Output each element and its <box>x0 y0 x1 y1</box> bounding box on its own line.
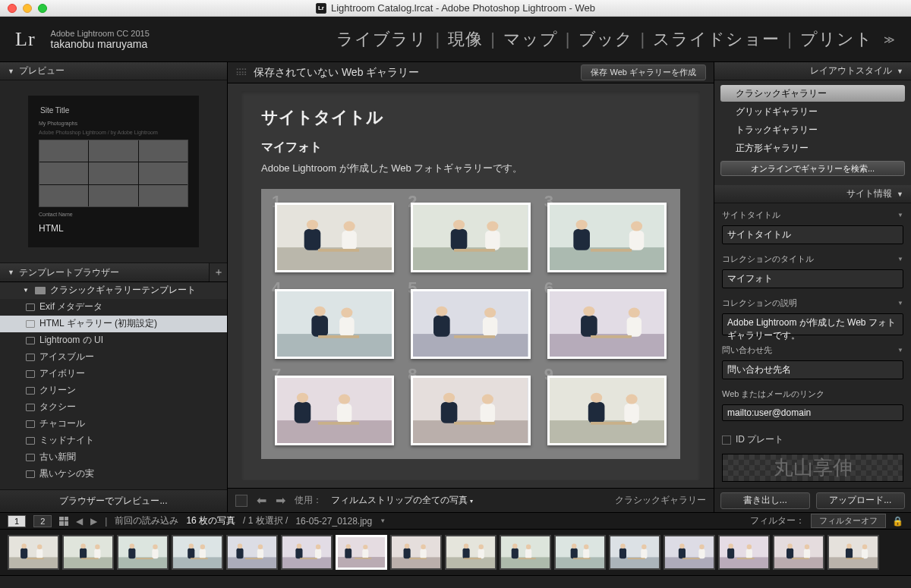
filmstrip-thumb[interactable] <box>172 535 223 570</box>
prev-arrow-icon[interactable]: ⬅ <box>257 493 266 508</box>
svg-rect-123 <box>478 549 484 558</box>
find-online-button[interactable]: オンラインでギャラリーを検索... <box>720 161 905 176</box>
filmstrip-thumb[interactable] <box>500 535 551 570</box>
filmstrip-thumb[interactable] <box>827 535 879 570</box>
filmstrip-thumb[interactable] <box>336 535 387 570</box>
screen-2-button[interactable]: 2 <box>33 515 52 527</box>
svg-rect-32 <box>483 317 497 337</box>
filmstrip-thumb[interactable] <box>62 535 114 570</box>
gallery-cell[interactable]: 2 <box>411 203 530 272</box>
template-item[interactable]: ミッドナイト <box>0 432 227 449</box>
layout-style-item[interactable]: クラシックギャラリー <box>720 85 905 102</box>
filmstrip-thumb[interactable] <box>226 535 278 570</box>
filmstrip-thumb[interactable] <box>390 535 442 570</box>
nav-back-icon[interactable]: ◀ <box>76 516 83 527</box>
collection-desc-input[interactable]: Adobe Lightroom が作成した Web フォトギャラリーです。 <box>722 313 903 335</box>
filmstrip-thumb[interactable] <box>8 535 59 570</box>
filmstrip-thumb[interactable] <box>281 535 333 570</box>
svg-rect-81 <box>152 549 158 558</box>
preview-in-browser-button[interactable]: ブラウザーでプレビュー... <box>0 489 227 512</box>
svg-point-117 <box>421 545 425 549</box>
svg-point-80 <box>130 544 134 549</box>
id-plate-label: ID プレート <box>736 433 783 446</box>
gallery-grid: 123456789 <box>261 189 680 459</box>
svg-rect-20 <box>591 249 632 252</box>
source-label[interactable]: 前回の読み込み <box>115 514 178 527</box>
layout-style-item[interactable]: グリッドギャラリー <box>720 103 905 120</box>
use-source-dropdown[interactable]: フィルムストリップの全ての写真 ▾ <box>331 494 473 507</box>
svg-point-31 <box>437 307 448 316</box>
template-item[interactable]: チャコール <box>0 416 227 432</box>
id-plate-preview[interactable]: 丸山享伸 <box>722 454 903 482</box>
filter-lock-icon[interactable]: 🔒 <box>892 516 903 527</box>
template-item[interactable]: Exif メタデータ <box>0 299 227 316</box>
upload-button[interactable]: アップロード... <box>816 492 906 509</box>
identity-plate[interactable]: Adobe Lightroom CC 2015 takanobu maruyam… <box>51 29 150 50</box>
template-group[interactable]: ▼クラシックギャラリーテンプレート <box>0 282 227 299</box>
add-template-button[interactable]: ＋ <box>209 263 227 281</box>
template-browser-panel-header[interactable]: ▼ テンプレートブラウザー <box>0 263 209 281</box>
nav-fwd-icon[interactable]: ▶ <box>90 516 97 527</box>
filmstrip-thumb[interactable] <box>554 535 606 570</box>
gallery-cell[interactable]: 7 <box>275 376 394 445</box>
filmstrip[interactable] <box>0 529 911 576</box>
create-saved-gallery-button[interactable]: 保存 Web ギャラリーを作成 <box>581 64 706 80</box>
layout-style-item[interactable]: トラックギャラリー <box>720 121 905 138</box>
next-arrow-icon[interactable]: ➡ <box>276 493 285 508</box>
svg-point-96 <box>258 545 263 549</box>
gallery-cell[interactable]: 3 <box>547 203 667 272</box>
gallery-cell[interactable]: 8 <box>411 376 530 445</box>
web-gallery-preview: サイトタイトル マイフォト Adobe Lightroom が作成した Web … <box>241 91 700 480</box>
template-item[interactable]: アイボリー <box>0 366 227 382</box>
gallery-cell[interactable]: 4 <box>275 289 394 359</box>
site-info-panel-header[interactable]: サイト情報 ▼ <box>714 185 911 203</box>
export-button[interactable]: 書き出し... <box>720 492 810 509</box>
svg-rect-74 <box>94 549 100 558</box>
collection-title-input[interactable]: マイフォト <box>722 269 903 288</box>
site-title-input[interactable]: サイトタイトル <box>722 225 903 244</box>
template-item[interactable]: アイスブルー <box>0 349 227 366</box>
link-input[interactable]: mailto:user@domain <box>722 404 903 421</box>
contact-input[interactable]: 問い合わせ先名 <box>722 360 903 379</box>
grid-view-icon[interactable] <box>59 517 68 526</box>
selection-checkbox[interactable] <box>235 495 247 507</box>
module-develop[interactable]: 現像 <box>448 28 483 51</box>
module-map[interactable]: マップ <box>503 28 558 51</box>
gallery-cell[interactable]: 1 <box>275 203 394 272</box>
template-item[interactable]: HTML ギャラリー (初期設定) <box>0 316 227 332</box>
module-book[interactable]: ブック <box>578 28 633 51</box>
template-item[interactable]: Lightroom の UI <box>0 332 227 349</box>
template-item[interactable]: 黒いケシの実 <box>0 466 227 483</box>
module-library[interactable]: ライブラリ <box>336 28 427 51</box>
gallery-cell[interactable]: 9 <box>547 376 667 445</box>
svg-point-5 <box>344 222 355 231</box>
filter-dropdown[interactable]: フィルターオフ <box>811 514 886 528</box>
filmstrip-thumb[interactable] <box>773 535 824 570</box>
module-slideshow[interactable]: スライドショー <box>653 28 780 51</box>
id-plate-checkbox[interactable] <box>722 435 731 445</box>
layout-style-item[interactable]: 正方形ギャラリー <box>720 140 905 156</box>
horizontal-scrollbar[interactable] <box>0 576 911 588</box>
filmstrip-thumb[interactable] <box>609 535 660 570</box>
module-print[interactable]: プリント <box>800 28 873 51</box>
svg-rect-90 <box>191 558 208 559</box>
template-item[interactable]: クリーン <box>0 382 227 399</box>
screen-1-button[interactable]: 1 <box>8 515 26 527</box>
svg-rect-11 <box>485 231 500 250</box>
gallery-cell[interactable]: 6 <box>547 289 667 359</box>
layout-style-panel-header[interactable]: レイアウトスタイル ▼ <box>714 62 911 80</box>
template-item[interactable]: 古い新聞 <box>0 449 227 466</box>
filmstrip-thumb[interactable] <box>445 535 496 570</box>
filmstrip-thumb[interactable] <box>718 535 770 570</box>
filmstrip-thumb[interactable] <box>664 535 715 570</box>
disclosure-triangle-icon: ▼ <box>8 269 14 276</box>
svg-rect-104 <box>300 558 317 559</box>
preview-panel-header[interactable]: ▼ プレビュー <box>0 62 227 80</box>
filmstrip-thumb[interactable] <box>117 535 169 570</box>
template-preview: Site Title My Photographs Adobe Photosho… <box>0 80 227 263</box>
module-overflow-icon[interactable]: ≫ <box>884 33 896 46</box>
svg-rect-116 <box>420 549 426 558</box>
gallery-cell[interactable]: 5 <box>411 289 530 359</box>
svg-point-19 <box>631 222 642 231</box>
template-item[interactable]: タクシー <box>0 399 227 416</box>
